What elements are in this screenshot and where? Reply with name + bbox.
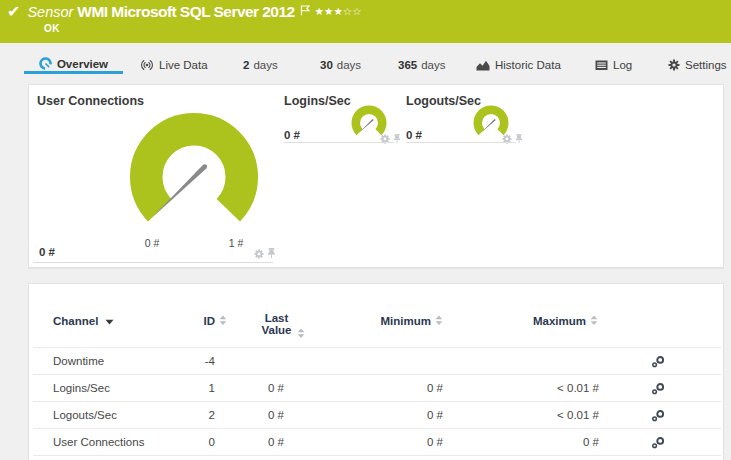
cell-last-value: 0 #: [209, 375, 284, 402]
channel-settings-icon[interactable]: [652, 356, 665, 368]
column-header-minimum-label: Minimum: [381, 315, 431, 327]
primary-gauge-max-label: 1 #: [216, 237, 256, 249]
tab-overview[interactable]: Overview: [24, 56, 123, 74]
table-row-logins-sec[interactable]: Logins/Sec 1 0 # 0 # < 0.01 #: [33, 375, 721, 402]
tab-30-days[interactable]: 30days: [320, 56, 361, 74]
pin-icon[interactable]: [515, 130, 523, 148]
tab-bar: Overview Live Data 2days 30days 365days …: [0, 43, 731, 84]
logouts-gauge-actions: [502, 130, 523, 148]
primary-gauge-value: 0 #: [39, 246, 55, 258]
logins-gauge-title: Logins/Sec: [284, 94, 351, 108]
primary-gauge-actions: [254, 245, 276, 263]
cell-maximum: < 0.01 #: [509, 402, 599, 429]
tab-2-days-number: 2: [243, 59, 249, 71]
logins-gauge-needle: [359, 119, 374, 133]
cell-maximum: < 0.01 #: [509, 375, 599, 402]
flag-icon[interactable]: [300, 2, 311, 20]
cell-id: -4: [129, 348, 215, 375]
column-header-last-value-line2: Value: [249, 324, 304, 336]
channels-table-body: Downtime -4 Logins/Sec 1 0 # 0 # < 0.01 …: [33, 347, 721, 456]
tab-log[interactable]: Log: [595, 56, 632, 74]
sensor-title-row: ✔ Sensor WMI Microsoft SQL Server 2012 ★…: [7, 3, 362, 21]
column-header-maximum-label: Maximum: [533, 315, 586, 327]
sensor-name-title: WMI Microsoft SQL Server 2012: [77, 3, 294, 21]
column-header-maximum[interactable]: Maximum: [514, 315, 586, 327]
tab-settings[interactable]: Settings: [668, 56, 727, 74]
primary-gauge-underline: [33, 262, 273, 263]
cell-minimum: 0 #: [359, 375, 443, 402]
tab-live-data-label: Live Data: [159, 59, 208, 71]
primary-gauge-dial: [124, 107, 264, 247]
channel-settings-icon[interactable]: [652, 383, 665, 395]
cell-minimum: 0 #: [359, 402, 443, 429]
tab-365-days-number: 365: [398, 59, 417, 71]
stars-empty: ☆☆: [343, 5, 362, 17]
tab-365-days[interactable]: 365days: [398, 56, 445, 74]
tab-historic-data[interactable]: Historic Data: [476, 56, 561, 74]
tab-log-label: Log: [613, 59, 632, 71]
cell-minimum: [359, 348, 443, 375]
cell-id: 0: [129, 429, 215, 456]
gear-icon[interactable]: [254, 249, 264, 259]
stars-filled: ★★★: [315, 5, 343, 17]
column-header-last-value-line1: Last: [249, 312, 304, 324]
column-header-id[interactable]: ID: [149, 315, 215, 327]
broadcast-icon: [140, 59, 154, 71]
sort-down-arrow-icon: [105, 319, 114, 325]
gauge-icon: [39, 57, 52, 70]
logouts-gauge-needle: [481, 119, 496, 133]
settings-gear-icon: [668, 59, 680, 71]
channel-settings-icon[interactable]: [652, 410, 665, 422]
cell-minimum: 0 #: [359, 429, 443, 456]
object-type-label: Sensor: [27, 3, 73, 21]
channel-settings-icon[interactable]: [652, 437, 665, 449]
tab-settings-label: Settings: [685, 59, 727, 71]
sensor-status-badge: OK: [44, 23, 60, 34]
column-header-channel[interactable]: Channel: [53, 315, 114, 327]
cell-channel: Logouts/Sec: [53, 402, 117, 429]
table-row-logouts-sec[interactable]: Logouts/Sec 2 0 # 0 # < 0.01 #: [33, 402, 721, 429]
cell-last-value: 0 #: [209, 429, 284, 456]
tab-30-days-number: 30: [320, 59, 333, 71]
cell-channel: Logins/Sec: [53, 375, 110, 402]
column-header-id-label: ID: [204, 315, 216, 327]
status-check-icon: ✔: [7, 3, 20, 20]
cell-last-value: [209, 348, 284, 375]
column-header-last-value[interactable]: Last Value: [249, 312, 304, 336]
sensor-header-bar: ✔ Sensor WMI Microsoft SQL Server 2012 ★…: [0, 0, 731, 43]
tab-2-days-unit: days: [253, 59, 277, 71]
tab-historic-data-label: Historic Data: [495, 59, 561, 71]
log-list-icon: [595, 60, 608, 71]
tab-2-days[interactable]: 2days: [243, 56, 278, 74]
logouts-gauge-value: 0 #: [406, 129, 422, 141]
priority-stars[interactable]: ★★★☆☆: [315, 4, 362, 18]
cell-last-value: 0 #: [209, 402, 284, 429]
gauges-panel: User Connections 0 # 1 # 0 # Logins/Sec …: [28, 84, 724, 268]
cell-maximum: [509, 348, 599, 375]
tab-overview-label: Overview: [57, 58, 108, 70]
sort-carets-icon[interactable]: [435, 315, 443, 326]
column-header-channel-label: Channel: [53, 315, 98, 327]
cell-channel: Downtime: [53, 348, 104, 375]
cell-id: 1: [129, 375, 215, 402]
tab-30-days-unit: days: [337, 59, 361, 71]
cell-maximum: 0 #: [509, 429, 599, 456]
sort-carets-icon[interactable]: [297, 328, 305, 339]
channels-table-panel: Channel ID Last Value Minimum Maximum Do…: [28, 283, 724, 460]
primary-gauge-min-label: 0 #: [132, 237, 172, 249]
cell-id: 2: [129, 402, 215, 429]
logouts-gauge-underline: [406, 142, 516, 143]
column-header-minimum[interactable]: Minimum: [359, 315, 431, 327]
area-chart-icon: [476, 60, 490, 71]
table-row-user-connections[interactable]: User Connections 0 0 # 0 # 0 #: [33, 429, 721, 456]
tab-live-data[interactable]: Live Data: [140, 56, 208, 74]
logins-gauge-value: 0 #: [284, 129, 300, 141]
pin-icon[interactable]: [267, 245, 276, 263]
logouts-gauge-title: Logouts/Sec: [406, 94, 481, 108]
sort-carets-icon[interactable]: [590, 315, 598, 326]
logins-gauge-actions: [380, 130, 401, 148]
pin-icon[interactable]: [393, 130, 401, 148]
logins-gauge-underline: [284, 142, 394, 143]
table-row-downtime[interactable]: Downtime -4: [33, 348, 721, 375]
sort-carets-icon[interactable]: [219, 315, 227, 326]
